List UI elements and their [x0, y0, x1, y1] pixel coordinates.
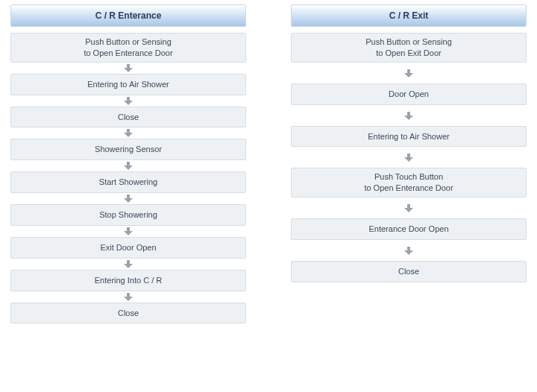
arrow-down-icon: [291, 105, 527, 126]
exit-flow: C / R Exit Push Button or Sensingto Open…: [291, 4, 527, 323]
entrance-step: Entering to Air Shower: [10, 74, 246, 95]
entrance-step: Start Showering: [10, 171, 246, 193]
arrow-down-icon: [10, 160, 246, 171]
entrance-flow: C / R Enterance Push Button or Sensingto…: [10, 4, 246, 323]
entrance-step: Showering Sensor: [10, 139, 246, 160]
arrow-down-icon: [10, 193, 246, 204]
arrow-down-icon: [291, 240, 527, 261]
entrance-step: Exit Door Open: [10, 237, 246, 259]
arrow-down-icon: [10, 291, 246, 303]
arrow-down-icon: [10, 95, 246, 107]
exit-step: Push Button or Sensingto Open Exit Door: [291, 33, 527, 63]
arrow-down-icon: [10, 226, 246, 237]
exit-step: Push Touch Buttonto Open Enterance Door: [291, 168, 527, 197]
exit-step: Close: [291, 261, 527, 282]
arrow-down-icon: [10, 127, 246, 139]
entrance-step: Close: [10, 303, 246, 324]
exit-step: Entering to Air Shower: [291, 126, 527, 148]
entrance-header: C / R Enterance: [10, 4, 246, 27]
entrance-step: Close: [10, 107, 246, 128]
exit-header: C / R Exit: [291, 4, 527, 27]
entrance-step: Push Button or Sensingto Open Enterance …: [10, 33, 246, 63]
arrow-down-icon: [291, 147, 527, 168]
entrance-step: Entering Into C / R: [10, 270, 246, 291]
exit-step: Enterance Door Open: [291, 218, 527, 240]
exit-step: Door Open: [291, 83, 527, 105]
arrow-down-icon: [10, 63, 246, 74]
arrow-down-icon: [291, 63, 527, 83]
arrow-down-icon: [291, 197, 527, 218]
entrance-step: Stop Showering: [10, 204, 246, 226]
arrow-down-icon: [10, 259, 246, 270]
